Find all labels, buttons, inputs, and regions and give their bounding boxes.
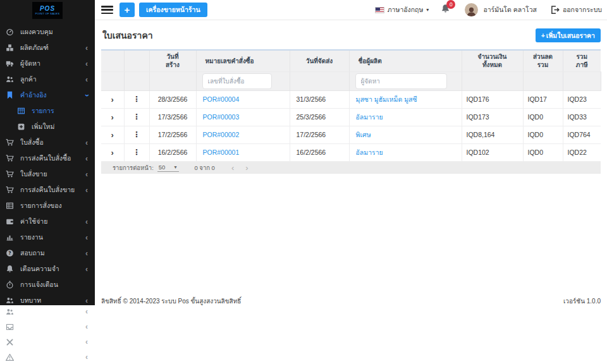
sidebar-item-expenses[interactable]: ค่าใช้จ่าย ‹ (0, 214, 95, 229)
question-icon (6, 249, 14, 257)
dashboard-icon (6, 28, 14, 36)
chevron-left-icon: ‹ (85, 297, 88, 305)
header-delivery-date: วันที่จัดส่ง (290, 50, 349, 71)
chevron-left-icon: ‹ (85, 250, 88, 257)
producer-link[interactable]: มุสซา มูฮัมเหม็ด มูสซี (356, 95, 417, 103)
chevron-left-icon: ‹ (85, 353, 88, 361)
logout-button[interactable]: ออกจากระบบ (550, 4, 602, 15)
sidebar-item-quotations[interactable]: คำอ้างอิง ‹ (0, 87, 95, 103)
logout-icon (550, 5, 560, 15)
next-page-button[interactable]: › (245, 163, 248, 173)
sidebar-item-purchase-orders[interactable]: ใบสั่งซื้อ ‹ (0, 135, 95, 150)
sidebar-item-dashboard[interactable]: แผงควบคุม (0, 24, 95, 40)
logo[interactable]: POS POINT OF SALES (0, 0, 95, 20)
page-header: ใบเสนอราคา + เพิ่มใบเสนอราคา (95, 21, 607, 49)
tax-cell: IQD764 (563, 126, 601, 143)
add-quotation-button[interactable]: + เพิ่มใบเสนอราคา (536, 28, 601, 42)
created-date-cell: 17/2/2566 (149, 126, 196, 143)
expand-row-icon[interactable]: › (111, 130, 114, 140)
discount-cell: IQD0 (523, 108, 563, 126)
plus-icon: + (541, 32, 545, 39)
sidebar-item-customers[interactable]: ลูกค้า ‹ (0, 71, 95, 87)
previous-page-button[interactable]: ‹ (231, 163, 234, 173)
producer-link[interactable]: พิเศษ (356, 131, 371, 138)
quick-add-button[interactable]: + (120, 3, 135, 17)
table-row: › ⋮ 16/2/2566 POR#00001 16/2/2566 อัลมาร… (101, 143, 601, 161)
bookmark-icon (6, 91, 14, 99)
header-total-discount: ส่วนลดรวม (523, 50, 563, 71)
delivery-date-cell: 25/3/2566 (290, 108, 349, 126)
person-icon (466, 6, 477, 16)
logo-name: POS (40, 6, 55, 12)
chart-icon (6, 233, 14, 241)
row-actions-icon[interactable]: ⋮ (133, 95, 140, 104)
language-selector[interactable]: ภาษาอังกฤษ ▾ (375, 4, 429, 15)
total-amount-cell: IQD176 (462, 90, 523, 108)
delivery-date-cell: 31/3/2566 (290, 90, 349, 108)
pos-terminal-button[interactable]: เครื่องขายหน้าร้าน (139, 3, 207, 17)
sidebar-item-purchase-returns[interactable]: การส่งคืนใบสั่งซื้อ ‹ (0, 150, 95, 166)
pagination-range: 0 จาก 0 (194, 163, 215, 173)
hamburger-menu-icon[interactable] (101, 6, 113, 14)
supplier-filter-input[interactable] (355, 73, 447, 89)
mailbox-icon (6, 323, 14, 331)
grid-icon (6, 202, 14, 210)
header-producer-name: ชื่อผู้ผลิต (349, 50, 462, 71)
sidebar-item-reminders[interactable]: เตือนความจำ ‹ (0, 261, 95, 277)
header-actions (124, 50, 149, 71)
sidebar-item-mailbox[interactable]: ‹ (0, 319, 95, 334)
header-total-tax: รวมภาษี (563, 50, 601, 71)
order-number-link[interactable]: POR#00004 (203, 95, 240, 103)
sidebar-subitem-list[interactable]: รายการ (0, 103, 95, 119)
users-icon (6, 308, 14, 316)
order-number-link[interactable]: POR#00001 (203, 149, 240, 156)
delivery-date-cell: 16/2/2566 (290, 143, 349, 161)
producer-link[interactable]: อัลมาราย (356, 113, 383, 121)
sidebar-item-sales-returns[interactable]: การส่งคืนใบสั่งขาย ‹ (0, 182, 95, 198)
per-page-select[interactable]: 50 ▾ (157, 164, 180, 172)
chevron-left-icon: ‹ (85, 265, 88, 273)
user-menu[interactable]: อาร์มันโด คลาโวส (465, 3, 537, 16)
topbar: + เครื่องขายหน้าร้าน ภาษาอังกฤษ ▾ 0 อาร์… (95, 0, 607, 20)
order-number-link[interactable]: POR#00002 (203, 131, 240, 138)
sidebar-subitem-add-new[interactable]: เพิ่มใหม่ (0, 119, 95, 135)
truck-icon (6, 59, 14, 68)
sidebar-item-products[interactable]: ผลิตภัณฑ์ ‹ (0, 40, 95, 56)
pagination-bar: รายการต่อหน้า: 50 ▾ 0 จาก 0 ‹ › (101, 162, 601, 174)
sidebar: POS POINT OF SALES แผงควบคุม ผลิตภัณฑ์ ‹… (0, 0, 95, 305)
table-row: › ⋮ 28/3/2566 POR#00004 31/3/2566 มุสซา … (101, 90, 601, 108)
expand-row-icon[interactable]: › (111, 112, 114, 122)
row-actions-icon[interactable]: ⋮ (133, 112, 140, 121)
sidebar-item-inquiry[interactable]: สอบถาม ‹ (0, 245, 95, 261)
sidebar-item-notifications[interactable]: การแจ้งเตือน (0, 277, 95, 293)
cart-return-icon (6, 154, 14, 162)
expand-row-icon[interactable]: › (111, 95, 114, 104)
discount-cell: IQD17 (523, 90, 563, 108)
expand-row-icon[interactable]: › (111, 148, 114, 157)
chevron-left-icon: ‹ (85, 155, 88, 162)
chevron-left-icon: ‹ (85, 338, 88, 346)
avatar (465, 3, 478, 16)
customers-icon (6, 75, 14, 83)
quotations-table: วันที่สร้าง หมายเลขคำสั่งซื้อ วันที่จัดส… (101, 49, 601, 162)
sidebar-item-sales-orders[interactable]: ใบสั่งขาย ‹ (0, 166, 95, 182)
table-filter-row (101, 71, 601, 90)
sidebar-item-reports[interactable]: รายงาน ‹ (0, 229, 95, 245)
order-number-link[interactable]: POR#00003 (203, 113, 240, 121)
stopwatch-icon (6, 281, 14, 289)
cart-return-icon (6, 186, 14, 194)
sidebar-item-users[interactable]: ‹ (0, 304, 95, 319)
producer-link[interactable]: อัลมาราย (356, 149, 383, 156)
order-number-filter-input[interactable] (202, 73, 272, 89)
sidebar-item-tools[interactable]: ‹ (0, 334, 95, 349)
sidebar-item-order-list[interactable]: รายการสั่งของ (0, 198, 95, 214)
notifications-button[interactable]: 0 (441, 4, 450, 16)
tools-icon (6, 338, 14, 346)
pos-logo: POS POINT OF SALES (32, 2, 63, 19)
row-actions-icon[interactable]: ⋮ (133, 148, 140, 157)
chevron-left-icon: ‹ (85, 218, 88, 226)
header-expand (101, 50, 124, 71)
sidebar-item-suppliers[interactable]: ผู้จัดหา ‹ (0, 56, 95, 71)
sidebar-item-warnings[interactable]: ‹ (0, 349, 95, 364)
row-actions-icon[interactable]: ⋮ (133, 130, 140, 139)
